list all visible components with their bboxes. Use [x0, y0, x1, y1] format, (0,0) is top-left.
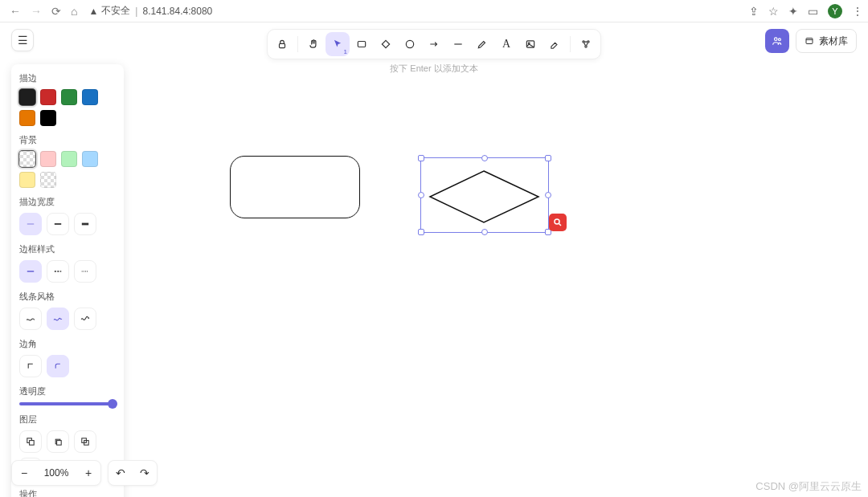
back-icon[interactable]: ← — [10, 5, 21, 18]
zoom-out-button[interactable]: − — [12, 461, 36, 485]
star-icon[interactable]: ☆ — [768, 5, 779, 18]
handle-tr[interactable] — [545, 155, 551, 161]
svg-point-27 — [555, 219, 559, 224]
watermark: CSDN @阿里云云原生 — [755, 479, 862, 494]
reload-icon[interactable]: ⟳ — [51, 5, 61, 18]
share-icon[interactable]: ⇪ — [749, 5, 759, 18]
home-icon[interactable]: ⌂ — [71, 5, 77, 18]
forward-icon[interactable]: → — [31, 5, 42, 18]
reader-icon[interactable]: ▭ — [808, 5, 818, 18]
url-text[interactable]: 8.141.84.4:8080 — [142, 6, 212, 17]
selection-box[interactable] — [420, 157, 549, 233]
shape-rounded-rect[interactable] — [230, 156, 360, 218]
search-badge[interactable] — [549, 214, 567, 231]
browser-address-bar: ← → ⟳ ⌂ ▲ 不安全 | 8.141.84.4:8080 ⇪ ☆ ✦ ▭ … — [0, 0, 868, 22]
handle-tl[interactable] — [418, 155, 424, 161]
canvas[interactable] — [0, 22, 868, 497]
profile-avatar[interactable]: Y — [828, 4, 842, 18]
redo-button[interactable]: ↷ — [133, 461, 157, 485]
zoom-controls: − 100% + — [11, 460, 101, 486]
handle-ml[interactable] — [418, 192, 424, 198]
handle-bl[interactable] — [418, 229, 424, 235]
undo-redo: ↶ ↷ — [108, 460, 158, 486]
zoom-value[interactable]: 100% — [36, 461, 76, 485]
handle-mr[interactable] — [545, 192, 551, 198]
undo-button[interactable]: ↶ — [108, 461, 133, 485]
handle-bm[interactable] — [481, 229, 488, 235]
kebab-menu-icon[interactable]: ⋮ — [852, 5, 863, 18]
zoom-in-button[interactable]: + — [76, 461, 100, 485]
handle-tm[interactable] — [481, 155, 488, 161]
extensions-icon[interactable]: ✦ — [788, 5, 798, 18]
insecure-badge[interactable]: ▲ 不安全 — [88, 4, 130, 18]
